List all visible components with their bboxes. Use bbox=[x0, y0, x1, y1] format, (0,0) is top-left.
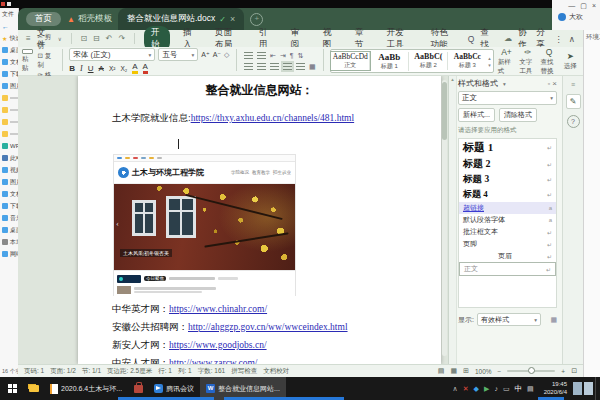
highlight-color-button[interactable]: A bbox=[132, 63, 137, 74]
close-panel-icon[interactable]: × bbox=[552, 79, 557, 88]
hyperlink[interactable]: https://www.goodjobs.cn/ bbox=[169, 340, 267, 350]
chevron-down-icon[interactable]: ▾ bbox=[503, 81, 506, 87]
explorer-folder[interactable] bbox=[0, 128, 18, 140]
taskbar-app-doc[interactable]: 2020.6.4土木与环... bbox=[44, 377, 128, 400]
style-item-default-font[interactable]: 默认段落字体a bbox=[459, 214, 556, 226]
copy-button[interactable]: ⊡ 复制 bbox=[38, 52, 55, 70]
paragraph-mark-icon[interactable]: ¶ bbox=[290, 52, 294, 59]
collapse-ribbon-icon[interactable]: ∧ bbox=[569, 34, 575, 44]
fullscreen-icon[interactable]: ⊡ bbox=[571, 367, 577, 375]
decrease-indent-icon[interactable]: ⇤ bbox=[270, 52, 276, 60]
notification-center-button[interactable] bbox=[573, 382, 582, 395]
tray-app-icon-red[interactable]: ✕ bbox=[463, 385, 469, 393]
text-tools-button[interactable]: ✑ 文字工具 bbox=[519, 49, 536, 73]
zoom-level[interactable]: 100% bbox=[475, 368, 492, 375]
explorer-item-music[interactable]: 音乐 bbox=[0, 212, 18, 224]
increase-indent-icon[interactable]: ⇥ bbox=[280, 52, 286, 60]
line-spacing-icon[interactable]: ⇅ bbox=[298, 52, 304, 60]
view-web-icon[interactable]: ▦ bbox=[450, 367, 457, 375]
volume-icon[interactable]: ♪ bbox=[494, 385, 498, 392]
tray-chevron-icon[interactable]: ∧ bbox=[453, 385, 458, 393]
style-item-balloon-text[interactable]: 批注框文本↵ bbox=[459, 226, 556, 238]
explorer-item-documents2[interactable]: 文档 bbox=[0, 188, 18, 200]
start-button[interactable] bbox=[0, 384, 24, 393]
style-item-heading2[interactable]: 标题 2↵ bbox=[459, 156, 556, 172]
new-tab-button[interactable]: + bbox=[250, 13, 263, 26]
align-right-icon[interactable] bbox=[270, 63, 279, 70]
explorer-item-desktop2[interactable]: 桌面 bbox=[0, 224, 18, 236]
strikethrough-button[interactable]: A bbox=[99, 64, 104, 73]
justify-icon[interactable] bbox=[283, 63, 292, 70]
cut-button[interactable]: ✂ 剪切 bbox=[38, 33, 55, 51]
styles-scroll-up-icon[interactable]: ▴ bbox=[488, 55, 491, 61]
explorer-folder[interactable] bbox=[0, 116, 18, 128]
cloud-sync-icon[interactable]: ☁ bbox=[504, 34, 512, 43]
style-inspector-icon[interactable]: ▦ bbox=[550, 316, 557, 324]
find-replace-button[interactable]: Q 查找替换 bbox=[540, 49, 557, 73]
superscript-button[interactable]: X² bbox=[109, 65, 116, 72]
subscript-button[interactable]: X₂ bbox=[120, 65, 127, 72]
zoom-in-button[interactable]: + bbox=[561, 368, 565, 375]
style-item-heading1[interactable]: 标题 1↵ bbox=[459, 139, 556, 156]
bullet-list-icon[interactable] bbox=[244, 52, 253, 59]
shrink-font-button[interactable]: A⁻ bbox=[213, 51, 221, 59]
shading-icon[interactable]: ▦ bbox=[309, 63, 316, 71]
embedded-screenshot[interactable]: 土木与环境工程学院 学院概况 教育教学 招生就业 ‹ 土木风采|初冬银杏美 bbox=[113, 154, 296, 296]
save-icon[interactable]: ⊡ bbox=[80, 34, 87, 43]
status-spellcheck[interactable]: 拼写检查 bbox=[231, 367, 257, 376]
hamburger-icon[interactable]: ≡ bbox=[26, 34, 31, 43]
hyperlink[interactable]: https://thxy.axhu.edu.cn/channels/481.ht… bbox=[191, 113, 355, 123]
clear-format-icon[interactable]: ◇ bbox=[224, 51, 229, 59]
panel-scrollbar[interactable]: ▴ bbox=[449, 76, 457, 364]
style-heading2[interactable]: AaBbC( 标题 2 bbox=[409, 52, 448, 70]
close-document-icon[interactable]: × bbox=[230, 14, 235, 24]
hyperlink[interactable]: http://ahggzp.gov.cn/ww/wwceindex.html bbox=[188, 322, 348, 332]
explorer-item-quick-access[interactable]: ★快速访问 bbox=[0, 32, 18, 44]
tray-app-icon-green[interactable]: ▶ bbox=[484, 385, 489, 393]
panel-handle-icon[interactable]: ≡ bbox=[571, 81, 575, 88]
status-word-count[interactable]: 字数: 161 bbox=[198, 367, 225, 376]
styles-scroll-down-icon[interactable]: ▾ bbox=[488, 62, 491, 68]
align-center-icon[interactable] bbox=[257, 63, 266, 70]
explorer-item-local-disk[interactable]: 本地磁盘(C:) bbox=[0, 236, 18, 248]
explorer-folder[interactable] bbox=[0, 92, 18, 104]
style-normal[interactable]: AaBbCcDd 正文 bbox=[331, 52, 370, 70]
touch-keyboard-icon[interactable]: ▤ bbox=[527, 385, 534, 393]
underline-button[interactable]: U bbox=[88, 64, 94, 73]
new-style-button[interactable]: A+ 新样式 bbox=[498, 49, 515, 73]
close-icon[interactable]: × bbox=[592, 2, 596, 10]
font-size-select[interactable]: 五号▾ bbox=[158, 48, 198, 61]
explorer-item-network[interactable]: 网络 bbox=[0, 248, 18, 260]
italic-button[interactable]: I bbox=[80, 64, 83, 73]
redo-icon[interactable]: ↷ bbox=[119, 34, 126, 43]
view-page-icon[interactable]: ▤ bbox=[438, 367, 445, 375]
undo-icon[interactable]: ↶ bbox=[106, 34, 113, 43]
current-style-select[interactable]: 正文 ▾ bbox=[458, 91, 557, 105]
explorer-item-downloads[interactable]: 下载 bbox=[0, 68, 18, 80]
document-scrollbar[interactable] bbox=[442, 80, 447, 356]
tray-app-icon-blue[interactable]: ◆ bbox=[474, 385, 479, 393]
explorer-item-pictures2[interactable]: 图片 bbox=[0, 176, 18, 188]
zoom-slider[interactable] bbox=[507, 370, 555, 372]
grow-font-button[interactable]: A⁺ bbox=[201, 51, 209, 59]
explorer-item-videos[interactable]: 视频 bbox=[0, 164, 18, 176]
battery-icon[interactable]: ▭ bbox=[503, 385, 510, 393]
style-heading1[interactable]: AaBb 标题 1 bbox=[370, 52, 409, 71]
document-page[interactable]: 整合就业信息网站： 土木学院就业信息:https://thxy.axhu.edu… bbox=[78, 76, 441, 364]
distribute-icon[interactable] bbox=[296, 63, 305, 70]
bold-button[interactable]: B bbox=[69, 64, 75, 73]
back-arrow-icon[interactable]: ← bbox=[2, 23, 9, 30]
show-styles-select[interactable]: 有效样式 ▾ bbox=[477, 313, 541, 326]
status-proofing[interactable]: 文档校对 bbox=[263, 367, 289, 376]
select-button[interactable]: ➤ 选择 bbox=[562, 49, 579, 73]
new-style-panel-button[interactable]: 新样式... bbox=[458, 108, 495, 122]
style-item-heading3[interactable]: 标题 3↵ bbox=[459, 172, 556, 187]
hyperlink[interactable]: https://www.chinahr.com/ bbox=[169, 304, 267, 314]
clear-format-button[interactable]: 清除格式 bbox=[499, 108, 537, 122]
show-desktop-button[interactable] bbox=[595, 377, 600, 400]
more-options-icon[interactable]: ⋮ bbox=[554, 34, 563, 44]
numbered-list-icon[interactable] bbox=[257, 52, 266, 59]
help-icon[interactable]: ? bbox=[567, 115, 580, 128]
style-item-header[interactable]: 页眉↵ bbox=[459, 250, 556, 262]
pin-icon[interactable]: ▫ bbox=[548, 80, 550, 87]
